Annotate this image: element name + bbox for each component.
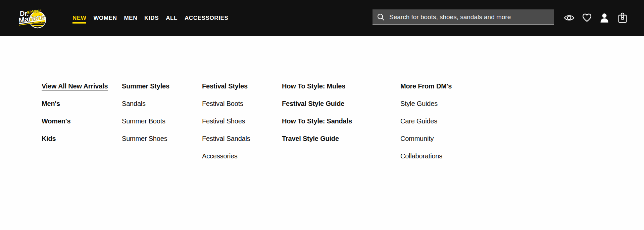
menu-link-sandals[interactable]: Sandals (122, 95, 146, 112)
menu-column-new-arrivals: View All New Arrivals Men's Women's Kids (42, 77, 108, 147)
nav-item-accessories[interactable]: ACCESSORIES (185, 15, 228, 22)
menu-link-collaborations[interactable]: Collaborations (400, 147, 442, 165)
menu-link-care-guides[interactable]: Care Guides (400, 112, 437, 130)
site-header: With Bouncing Soles AirWair Dr. Martens … (0, 0, 644, 36)
menu-link-summer-shoes[interactable]: Summer Shoes (122, 130, 167, 147)
menu-link-travel-style-guide[interactable]: Travel Style Guide (282, 130, 339, 147)
menu-link-mens[interactable]: Men's (42, 95, 60, 112)
menu-link-how-to-style-mules[interactable]: How To Style: Mules (282, 77, 345, 95)
menu-link-festival-style-guide[interactable]: Festival Style Guide (282, 95, 344, 112)
primary-nav: NEW WOMEN MEN KIDS ALL ACCESSORIES (72, 0, 228, 36)
nav-item-all[interactable]: ALL (166, 15, 178, 22)
nav-item-women[interactable]: WOMEN (93, 15, 117, 22)
menu-column-style-guides: How To Style: Mules Festival Style Guide… (282, 77, 352, 147)
menu-link-more-from-dms[interactable]: More From DM's (400, 77, 452, 95)
menu-link-womens[interactable]: Women's (42, 112, 70, 130)
bag-icon (618, 12, 627, 23)
menu-link-festival-boots[interactable]: Festival Boots (202, 95, 243, 112)
menu-link-festival-shoes[interactable]: Festival Shoes (202, 112, 245, 130)
drmartens-logo[interactable]: With Bouncing Soles AirWair Dr. Martens (17, 7, 51, 29)
accessibility-eye-button[interactable] (564, 12, 575, 23)
search-bar[interactable] (373, 9, 554, 25)
page: With Bouncing Soles AirWair Dr. Martens … (0, 0, 644, 230)
wishlist-button[interactable] (582, 12, 592, 23)
menu-link-view-all-new-arrivals[interactable]: View All New Arrivals (42, 77, 108, 95)
search-icon (377, 13, 385, 21)
mega-menu-new: View All New Arrivals Men's Women's Kids… (0, 36, 644, 230)
menu-link-festival-styles[interactable]: Festival Styles (202, 77, 248, 95)
account-icon (600, 13, 609, 23)
nav-item-kids[interactable]: KIDS (144, 15, 159, 22)
heart-icon (582, 13, 592, 22)
menu-column-summer: Summer Styles Sandals Summer Boots Summe… (122, 77, 169, 147)
search-input[interactable] (389, 13, 550, 21)
eye-icon (564, 14, 575, 22)
menu-column-more-from-dms: More From DM's Style Guides Care Guides … (400, 77, 452, 165)
menu-link-summer-boots[interactable]: Summer Boots (122, 112, 165, 130)
menu-link-community[interactable]: Community (400, 130, 434, 147)
menu-link-kids[interactable]: Kids (42, 130, 56, 147)
nav-item-new[interactable]: NEW (72, 15, 86, 22)
menu-link-festival-sandals[interactable]: Festival Sandals (202, 130, 250, 147)
menu-link-how-to-style-sandals[interactable]: How To Style: Sandals (282, 112, 352, 130)
menu-link-summer-styles[interactable]: Summer Styles (122, 77, 169, 95)
cart-button[interactable] (617, 12, 628, 23)
menu-column-festival: Festival Styles Festival Boots Festival … (202, 77, 250, 165)
nav-item-men[interactable]: MEN (124, 15, 138, 22)
menu-link-style-guides[interactable]: Style Guides (400, 95, 438, 112)
account-button[interactable] (599, 12, 610, 23)
menu-link-accessories[interactable]: Accessories (202, 147, 238, 165)
